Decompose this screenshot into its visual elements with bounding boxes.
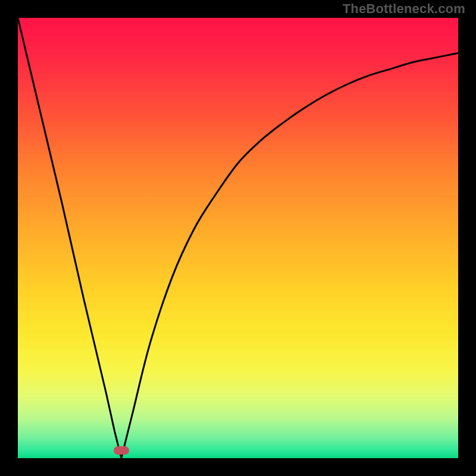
bottleneck-curve bbox=[18, 18, 458, 458]
chart-frame: TheBottleneck.com bbox=[0, 0, 476, 476]
attribution-text: TheBottleneck.com bbox=[343, 1, 465, 17]
plot-area bbox=[18, 18, 458, 458]
curve-path bbox=[18, 18, 458, 458]
minimum-marker bbox=[114, 446, 129, 455]
